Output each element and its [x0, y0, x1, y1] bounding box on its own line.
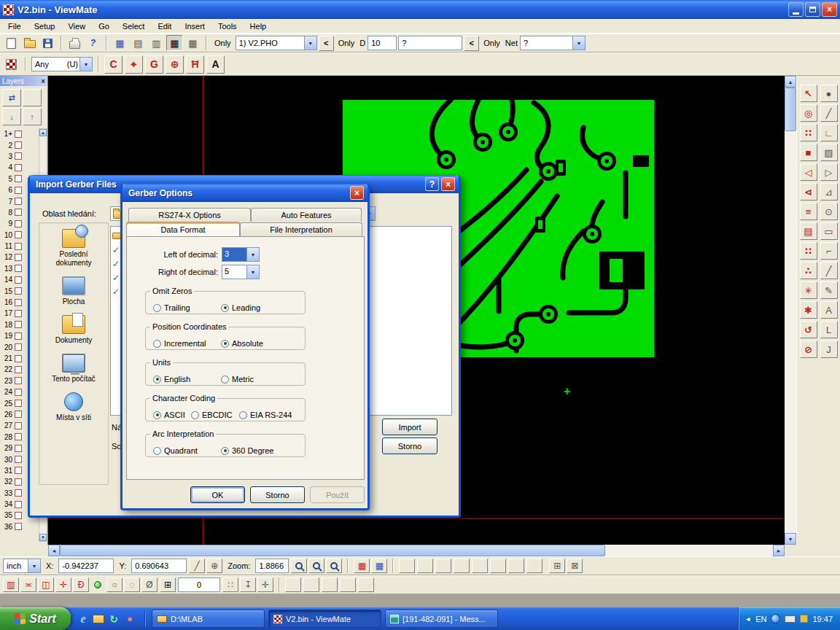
layer-visibility-box[interactable]: [15, 276, 22, 284]
pan-icon[interactable]: ◎: [800, 104, 817, 122]
layer-up-icon[interactable]: ↑: [23, 108, 42, 125]
pattern-grid-icon[interactable]: [490, 559, 506, 573]
folder-shortcut-icon[interactable]: [93, 615, 104, 623]
menu-item[interactable]: Tools: [211, 20, 244, 33]
new-file-icon[interactable]: [3, 35, 20, 51]
radio-ebcdic[interactable]: EBCDIC: [191, 411, 233, 419]
crosshair-tool-icon[interactable]: ⌖: [125, 55, 143, 74]
layer-options-icon[interactable]: [23, 89, 42, 106]
ie-icon[interactable]: e: [77, 612, 90, 626]
gerber-tool-icon[interactable]: G: [145, 55, 163, 74]
print-icon[interactable]: [66, 35, 83, 51]
layer-visibility-box[interactable]: [15, 231, 22, 238]
menu-item[interactable]: Select: [116, 20, 152, 33]
pattern-grid-icon[interactable]: [417, 559, 433, 573]
tab-data-format[interactable]: Data Format: [126, 222, 240, 236]
browser-icon[interactable]: ●: [123, 612, 136, 626]
net-table-icon[interactable]: ▦: [184, 35, 201, 51]
cross-move-icon[interactable]: ✛: [257, 578, 273, 592]
minimize-button[interactable]: [788, 2, 804, 17]
scroll-up-icon[interactable]: ▲: [39, 129, 47, 136]
layer-visibility-box[interactable]: [15, 512, 22, 519]
dcode-plus-icon[interactable]: Đ: [73, 578, 89, 592]
burst-tool-icon[interactable]: ✱: [800, 301, 817, 319]
pattern-grid-icon[interactable]: [472, 559, 488, 573]
radio-metric[interactable]: Metric: [221, 375, 254, 384]
dcode-input[interactable]: 10: [368, 36, 397, 50]
layer-visibility-box[interactable]: [15, 343, 22, 351]
grid-table-blue-icon[interactable]: ▦: [371, 559, 387, 573]
menu-item[interactable]: Insert: [178, 20, 211, 33]
right-of-decimal-select[interactable]: 5 ▼: [222, 265, 260, 279]
pattern-dot-icon[interactable]: [358, 578, 374, 592]
grid-table-red-icon[interactable]: ▦: [354, 559, 370, 573]
layer-row[interactable]: 2: [1, 139, 38, 150]
draw-angle-icon[interactable]: ⌐: [820, 242, 838, 260]
ok-button[interactable]: OK: [190, 486, 245, 503]
prev-dcode-button[interactable]: <: [464, 36, 479, 51]
tab-file-interpretation[interactable]: File Interpretation: [240, 222, 362, 236]
text-tool-icon[interactable]: A: [206, 55, 225, 74]
tab-auto-features[interactable]: Auto Features: [251, 208, 362, 222]
chevron-down-icon[interactable]: ▼: [572, 36, 585, 50]
layer-visibility-box[interactable]: [15, 321, 22, 328]
zoom-window-icon[interactable]: [326, 559, 342, 573]
menu-item[interactable]: Setup: [28, 20, 62, 33]
drop-marker-icon[interactable]: ↧: [240, 578, 256, 592]
layer-visibility-box[interactable]: [15, 243, 22, 250]
layer-visibility-box[interactable]: [15, 467, 22, 474]
layer-visibility-box[interactable]: [15, 175, 22, 182]
only-net-label[interactable]: Only: [481, 39, 503, 47]
lamp-off-icon[interactable]: ○: [106, 578, 122, 592]
scroll-thumb[interactable]: [785, 88, 796, 131]
layer-visibility-box[interactable]: [15, 332, 22, 340]
start-button[interactable]: Start: [0, 607, 71, 630]
select-cursor-icon[interactable]: ↖: [800, 85, 817, 102]
aperture-filter-select[interactable]: Any (U) ▼: [31, 57, 93, 71]
layer-visibility-box[interactable]: [15, 501, 22, 508]
layer-row[interactable]: 1+: [1, 128, 38, 139]
save-icon[interactable]: [39, 35, 56, 51]
layer-select[interactable]: 1) V2.PHO ▼: [236, 36, 317, 50]
close-icon[interactable]: ×: [41, 77, 45, 85]
task-messages[interactable]: [191-482-091] - Mess...: [385, 610, 498, 628]
scroll-thumb[interactable]: [60, 545, 605, 556]
open-file-icon[interactable]: [21, 35, 38, 51]
highlight-table-icon[interactable]: ▦: [166, 35, 183, 51]
pad-edit-icon[interactable]: ▥: [3, 578, 19, 592]
target-tool-icon[interactable]: ⊕: [166, 55, 184, 74]
scroll-up-icon[interactable]: ▲: [785, 76, 796, 88]
restore-button[interactable]: [805, 2, 820, 17]
pattern-grid-icon[interactable]: [435, 559, 451, 573]
layer-visibility-box[interactable]: [15, 523, 22, 530]
draw-rect-icon[interactable]: ▭: [820, 222, 838, 240]
menu-item[interactable]: Edit: [151, 20, 178, 33]
draw-line-icon[interactable]: ╱: [820, 104, 838, 122]
draw-l-icon[interactable]: L: [820, 321, 838, 338]
radio-quadrant[interactable]: Quadrant: [153, 446, 198, 455]
draw-wedge-icon[interactable]: ⊿: [820, 183, 838, 201]
star-tool-icon[interactable]: ✳: [800, 281, 817, 299]
radio-leading[interactable]: Leading: [221, 303, 260, 312]
layer-visibility-box[interactable]: [15, 254, 22, 261]
layer-visibility-box[interactable]: [15, 141, 22, 149]
fill-pattern-icon[interactable]: ▤: [800, 222, 817, 240]
horizontal-scrollbar[interactable]: ◄ ►: [48, 545, 785, 556]
rotate-icon[interactable]: ↺: [800, 321, 817, 338]
context-help-icon[interactable]: ?: [85, 35, 101, 51]
align-icon[interactable]: ≍: [20, 578, 36, 592]
measure-diagonal-icon[interactable]: ╱: [189, 559, 205, 573]
unit-select[interactable]: inch ▼: [3, 559, 41, 573]
radio-eia-rs244[interactable]: EIA RS-244: [239, 411, 292, 419]
layer-visibility-box[interactable]: [15, 265, 22, 272]
circle-aperture-icon[interactable]: C: [104, 55, 122, 74]
zoom-out-icon[interactable]: [308, 559, 324, 573]
scroll-right-icon[interactable]: ►: [773, 545, 785, 556]
layer-visibility-box[interactable]: [15, 433, 22, 440]
clock[interactable]: 19:47: [812, 615, 833, 623]
layer-visibility-box[interactable]: [15, 131, 22, 138]
layer-visibility-box[interactable]: [15, 400, 22, 407]
storno-button[interactable]: Storno: [382, 438, 438, 454]
lamp-dim-icon[interactable]: ◌: [124, 578, 140, 592]
layer-visibility-box[interactable]: [15, 187, 22, 194]
